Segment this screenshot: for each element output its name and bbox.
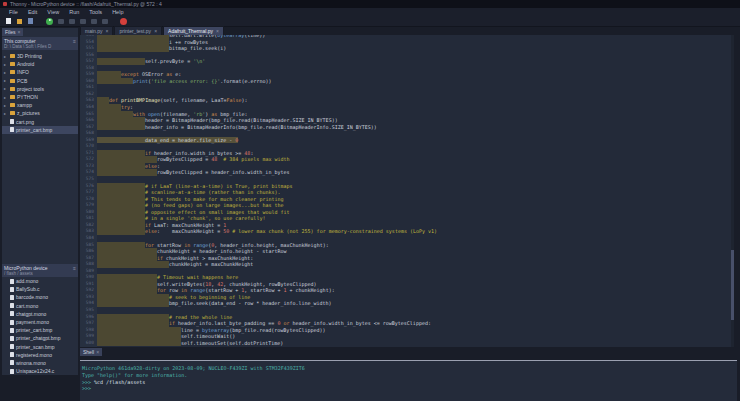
code-text: rowBytesClipped = 48 # 384 pixels max wi… <box>157 156 289 163</box>
panel-menu-icon[interactable]: ≡ <box>73 265 76 271</box>
files-panel-tab[interactable]: Files × <box>2 28 23 36</box>
file-name-label: PYTHON <box>17 94 38 100</box>
step-over-button[interactable] <box>68 18 75 25</box>
file-icon <box>10 328 14 333</box>
shell-system-text: >>> <box>82 385 91 391</box>
device-tree-item[interactable]: printer_scan.bmp <box>2 343 78 351</box>
menu-item-view[interactable]: View <box>42 9 64 15</box>
device-tree-item[interactable]: add.mono <box>2 277 78 285</box>
file-name-label: barcode.mono <box>16 294 48 300</box>
computer-tree-item[interactable]: ▸PYTHON <box>2 93 78 101</box>
device-tree-item[interactable]: BallySub.c <box>2 285 78 293</box>
device-tree-item[interactable]: registered.mono <box>2 351 78 359</box>
tab-indent-highlight <box>97 78 133 85</box>
open-folder-button[interactable] <box>16 18 23 25</box>
code-editor[interactable]: 553self.uart.write(bytearray(line))554i … <box>80 35 734 347</box>
shell-line: >>> <box>82 385 737 392</box>
computer-tree-item[interactable]: ▸Android <box>2 60 78 68</box>
file-icon <box>10 279 14 284</box>
tab-main.py[interactable]: main.py× <box>80 26 113 35</box>
menu-item-help[interactable]: Help <box>107 9 128 15</box>
shell-system-text: MicroPython 461da928-dirty on 2023-08-09… <box>82 365 305 371</box>
shell-line: MicroPython 461da928-dirty on 2023-08-09… <box>82 365 737 372</box>
micropython-device-header[interactable]: MicroPython device ≡ / flash / assets <box>2 264 78 277</box>
computer-tree-item[interactable]: ▸xampp <box>2 101 78 109</box>
debug-icon <box>58 19 64 24</box>
expander-icon: ▸ <box>4 95 8 100</box>
device-tree-item[interactable]: winona.mono <box>2 359 78 367</box>
device-tree-item[interactable]: printer_cart.bmp <box>2 326 78 334</box>
file-icon <box>10 320 14 325</box>
run-button[interactable] <box>46 18 53 25</box>
computer-tree-item[interactable]: ▸z_pictures <box>2 109 78 117</box>
file-icon <box>10 352 14 357</box>
save-button[interactable] <box>27 18 34 25</box>
device-tree-item[interactable]: printer_chatgpt.bmp <box>2 334 78 342</box>
step-over-icon <box>69 19 75 24</box>
tab-indent-highlight <box>97 300 169 307</box>
step-into-button[interactable] <box>79 18 86 25</box>
computer-tree-item[interactable]: cart.png <box>2 118 78 126</box>
computer-tree-item[interactable]: ▸project tools <box>2 85 78 93</box>
code-area: 553self.uart.write(bytearray(line))554i … <box>80 35 734 346</box>
close-icon[interactable]: × <box>18 29 21 35</box>
scrollbar-thumb[interactable] <box>731 250 734 320</box>
shell-input-text: %cd /flash/assets <box>94 379 145 385</box>
device-tree-item[interactable]: chatgpt.mono <box>2 310 78 318</box>
code-text: data_end = header.file_size - 0 <box>145 137 238 144</box>
step-out-icon <box>91 19 97 24</box>
folder-icon <box>10 95 15 99</box>
file-name-label: project tools <box>17 86 44 92</box>
code-text: header_info = BitmapHeaderInfo(bmp_file.… <box>145 124 377 131</box>
run-icon <box>46 18 53 25</box>
shell-tab-label: Shell <box>83 349 94 355</box>
menu-item-edit[interactable]: Edit <box>23 9 42 15</box>
file-name-label: chatgpt.mono <box>16 311 46 317</box>
debug-button[interactable] <box>57 18 64 25</box>
file-name-label: 3D Printing <box>17 53 42 59</box>
computer-path: D: \ Data \ Soft \ Files D <box>4 44 76 49</box>
code-text: bmp_file.seek(data_end - row * header_in… <box>169 300 332 307</box>
file-name-label: printer_cart.bmp <box>16 127 52 133</box>
shell-output[interactable]: MicroPython 461da928-dirty on 2023-08-09… <box>80 361 737 401</box>
new-file-button[interactable] <box>5 18 12 25</box>
tab-Adafruit_Thermal.py[interactable]: Adafruit_Thermal.py× <box>163 26 224 35</box>
menu-bar: FileEditViewRunToolsHelp <box>0 8 740 16</box>
computer-tree-item[interactable]: ▸3D Printing <box>2 52 78 60</box>
computer-tree-item[interactable]: printer_cart.bmp <box>2 126 78 134</box>
file-icon <box>10 303 14 308</box>
expander-icon: ▸ <box>4 103 8 108</box>
device-tree-item[interactable]: barcode.mono <box>2 293 78 301</box>
this-computer-header[interactable]: This computer ≡ D: \ Data \ Soft \ Files… <box>2 37 78 50</box>
computer-tree-item[interactable]: ▸INFO <box>2 68 78 76</box>
close-icon[interactable]: × <box>216 28 219 34</box>
file-name-label: Android <box>17 61 34 67</box>
close-icon[interactable]: × <box>106 28 109 34</box>
folder-icon <box>10 79 15 83</box>
device-tree-item[interactable]: cart.mono <box>2 302 78 310</box>
expander-icon: ▸ <box>4 62 8 67</box>
tab-printer_test.py[interactable]: printer_test.py× <box>114 26 162 35</box>
step-out-button[interactable] <box>90 18 97 25</box>
resume-icon <box>102 19 108 24</box>
menu-item-run[interactable]: Run <box>64 9 84 15</box>
stop-icon <box>120 18 127 25</box>
device-tree-item[interactable]: Unispace12x24.c <box>2 367 78 375</box>
code-text: rowBytesClipped = header_info.width_in_b… <box>157 169 289 176</box>
resume-button[interactable] <box>101 18 108 25</box>
code-line[interactable]: 600self.timeoutSet(self.dotPrintTime) <box>80 340 734 347</box>
device-tree-item[interactable]: payment.mono <box>2 318 78 326</box>
close-icon[interactable]: × <box>154 28 157 34</box>
tab-indent-highlight <box>97 340 181 347</box>
editor-scrollbar[interactable] <box>731 35 734 347</box>
stop-button[interactable] <box>120 18 127 25</box>
expander-icon: ▸ <box>4 111 8 116</box>
shell-tab[interactable]: Shell × <box>80 348 102 356</box>
menu-item-tools[interactable]: Tools <box>84 9 107 15</box>
menu-item-file[interactable]: File <box>4 9 23 15</box>
close-icon[interactable]: × <box>96 349 99 355</box>
computer-tree-item[interactable]: ▸PCB <box>2 77 78 85</box>
file-icon <box>10 336 14 341</box>
file-name-label: cart.png <box>16 119 34 125</box>
panel-menu-icon[interactable]: ≡ <box>73 38 76 44</box>
